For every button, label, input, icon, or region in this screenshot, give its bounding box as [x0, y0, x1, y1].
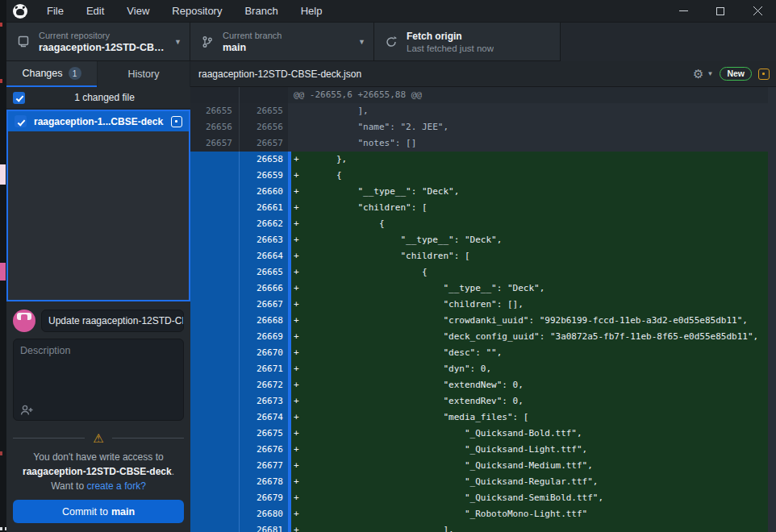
commit-to-main-button[interactable]: Commit to main: [13, 500, 184, 523]
new-line-number[interactable]: 26678: [240, 474, 288, 490]
diff-line-26659[interactable]: 26659+ {: [190, 168, 768, 184]
new-line-number[interactable]: 26658: [240, 152, 288, 168]
old-line-number[interactable]: [190, 216, 240, 232]
commit-summary-input[interactable]: Update raagaception-12STD-CBS: [41, 310, 184, 332]
new-line-number[interactable]: 26680: [240, 506, 288, 522]
new-line-number[interactable]: 26675: [240, 426, 288, 442]
diff-line-26677[interactable]: 26677+ "_Quicksand-Medium.ttf",: [190, 458, 768, 474]
diff-line-26660[interactable]: 26660+ "__type__": "Deck",: [190, 184, 768, 200]
old-line-number[interactable]: [190, 297, 240, 313]
old-line-number[interactable]: [190, 506, 240, 522]
commit-description-input[interactable]: Description: [13, 339, 184, 421]
old-line-number[interactable]: [190, 458, 240, 474]
old-line-number[interactable]: [190, 329, 240, 345]
new-line-number[interactable]: 26664: [240, 248, 288, 264]
minimize-button[interactable]: [665, 0, 702, 23]
old-line-number[interactable]: [190, 522, 240, 532]
old-line-number[interactable]: [190, 184, 240, 200]
tab-changes[interactable]: Changes 1: [6, 61, 97, 87]
old-line-number[interactable]: [190, 426, 240, 442]
new-line-number[interactable]: 26665: [240, 264, 288, 281]
close-button[interactable]: [739, 0, 776, 23]
diff-line-26663[interactable]: 26663+ "__type__": "Deck",: [190, 232, 768, 248]
old-line-number[interactable]: [190, 313, 240, 329]
menu-file[interactable]: File: [39, 0, 75, 23]
diff-line-26675[interactable]: 26675+ "_Quicksand-Bold.ttf",: [190, 426, 768, 442]
file-checkbox[interactable]: [15, 115, 27, 127]
old-line-number[interactable]: [190, 442, 240, 458]
new-line-number[interactable]: 26677: [240, 458, 288, 474]
new-line-number[interactable]: 26657: [240, 135, 288, 152]
diff-line-26665[interactable]: 26665+ {: [190, 264, 768, 281]
create-fork-link[interactable]: create a fork?: [86, 480, 145, 492]
diff-line-26662[interactable]: 26662+ {: [190, 216, 768, 232]
diff-line-26661[interactable]: 26661+ "children": [: [190, 200, 768, 216]
new-line-number[interactable]: 26667: [240, 297, 288, 313]
diff-line-26678[interactable]: 26678+ "_Quicksand-Regular.ttf",: [190, 474, 768, 490]
new-line-number[interactable]: 26655: [240, 103, 288, 119]
new-line-number[interactable]: 26672: [240, 377, 288, 393]
diff-line-26676[interactable]: 26676+ "_Quicksand-Light.ttf",: [190, 442, 768, 458]
diff-line-26668[interactable]: 26668+ "crowdanki_uuid": "992b6199-fccd-…: [190, 313, 768, 329]
diff-line-26671[interactable]: 26671+ "dyn": 0,: [190, 361, 768, 377]
new-line-number[interactable]: 26656: [240, 119, 288, 135]
new-line-number[interactable]: 26663: [240, 232, 288, 248]
diff-line-26673[interactable]: 26673+ "extendRev": 0,: [190, 393, 768, 409]
new-line-number[interactable]: 26670: [240, 345, 288, 361]
old-line-number[interactable]: [190, 393, 240, 409]
old-line-number[interactable]: [190, 264, 240, 281]
old-line-number[interactable]: [190, 152, 240, 168]
diff-line-26672[interactable]: 26672+ "extendNew": 0,: [190, 377, 768, 393]
diff-line-26658[interactable]: 26658+ },: [190, 152, 768, 168]
old-line-number[interactable]: [190, 474, 240, 490]
diff-line-26674[interactable]: 26674+ "media_files": [: [190, 409, 768, 426]
old-line-number[interactable]: [190, 200, 240, 216]
diff-line-26670[interactable]: 26670+ "desc": "",: [190, 345, 768, 361]
menu-view[interactable]: View: [115, 0, 161, 23]
diff-line-26667[interactable]: 26667+ "children": [],: [190, 297, 768, 313]
add-coauthor-icon[interactable]: [20, 405, 33, 415]
diff-line-26679[interactable]: 26679+ "_Quicksand-SemiBold.ttf",: [190, 490, 768, 506]
menu-edit[interactable]: Edit: [75, 0, 115, 23]
new-line-number[interactable]: 26676: [240, 442, 288, 458]
diff-line-26666[interactable]: 26666+ "__type__": "Deck",: [190, 281, 768, 297]
new-line-number[interactable]: 26659: [240, 168, 288, 184]
new-line-number[interactable]: 26660: [240, 184, 288, 200]
menu-repository[interactable]: Repository: [161, 0, 233, 23]
current-branch-button[interactable]: Current branch main ▼: [190, 23, 374, 61]
menu-branch[interactable]: Branch: [233, 0, 289, 23]
diff-line-26681[interactable]: 26681+ ],: [190, 522, 768, 532]
menu-help[interactable]: Help: [290, 0, 334, 23]
old-line-number[interactable]: 26657: [190, 135, 240, 152]
diff-line-26656[interactable]: 2665626656 "name": "2. JEE",: [190, 119, 768, 135]
old-line-number[interactable]: [190, 281, 240, 297]
select-all-checkbox[interactable]: [13, 92, 25, 104]
old-line-number[interactable]: [190, 168, 240, 184]
new-line-number[interactable]: 26662: [240, 216, 288, 232]
old-line-number[interactable]: 26656: [190, 119, 240, 135]
old-line-number[interactable]: [190, 377, 240, 393]
new-line-number[interactable]: 26681: [240, 522, 288, 532]
new-line-number[interactable]: 26666: [240, 281, 288, 297]
old-line-number[interactable]: [190, 345, 240, 361]
new-line-number[interactable]: 26668: [240, 313, 288, 329]
old-line-number[interactable]: 26655: [190, 103, 240, 119]
changed-file-row[interactable]: raagaception-1...CBSE-deck.json: [8, 111, 189, 131]
tab-history[interactable]: History: [97, 61, 190, 87]
new-line-number[interactable]: 26674: [240, 409, 288, 426]
new-line-number[interactable]: 26671: [240, 361, 288, 377]
new-line-number[interactable]: 26661: [240, 200, 288, 216]
fetch-origin-button[interactable]: Fetch origin Last fetched just now: [374, 23, 561, 61]
gear-icon[interactable]: ⚙: [693, 68, 703, 80]
old-line-number[interactable]: [190, 361, 240, 377]
current-repository-button[interactable]: Current repository raagaception-12STD-CB…: [6, 23, 190, 61]
new-line-number[interactable]: 26679: [240, 490, 288, 506]
old-line-number[interactable]: [190, 409, 240, 426]
new-line-number[interactable]: 26669: [240, 329, 288, 345]
old-line-number[interactable]: [190, 232, 240, 248]
diff-line-26664[interactable]: 26664+ "children": [: [190, 248, 768, 264]
new-line-number[interactable]: 26673: [240, 393, 288, 409]
old-line-number[interactable]: [190, 490, 240, 506]
chevron-down-icon[interactable]: ▼: [707, 70, 713, 77]
diff-line-26680[interactable]: 26680+ "_RobotoMono-Light.ttf": [190, 506, 768, 522]
